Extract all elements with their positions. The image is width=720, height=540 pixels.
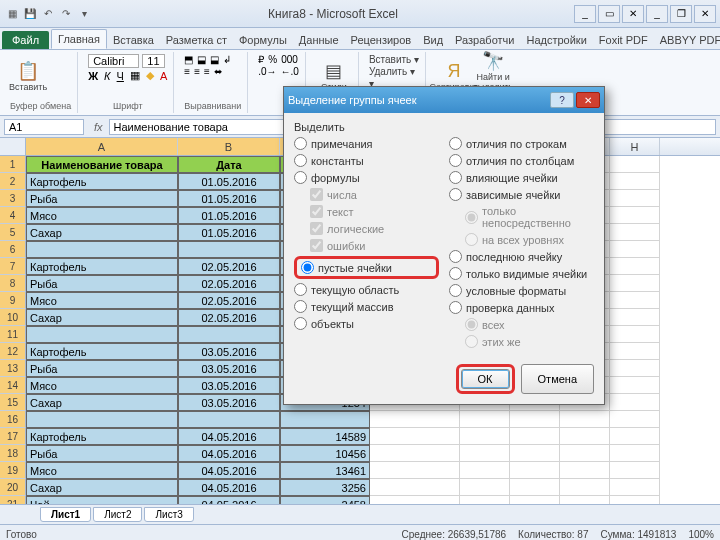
font-color-button[interactable]: A: [160, 70, 167, 82]
cell[interactable]: [510, 496, 560, 504]
row-header[interactable]: 17: [0, 428, 26, 445]
cell[interactable]: [610, 173, 660, 190]
cell[interactable]: [460, 428, 510, 445]
row-header[interactable]: 15: [0, 394, 26, 411]
cell[interactable]: 14589: [280, 428, 370, 445]
name-box[interactable]: [4, 119, 84, 135]
cell[interactable]: 03.05.2016: [178, 377, 280, 394]
cell[interactable]: [610, 309, 660, 326]
row-header[interactable]: 1: [0, 156, 26, 173]
radio-visible-only[interactable]: только видимые ячейки: [449, 267, 594, 280]
cell[interactable]: [460, 496, 510, 504]
cell[interactable]: [560, 462, 610, 479]
minimize-doc-button[interactable]: _: [646, 5, 668, 23]
cell[interactable]: 02.05.2016: [178, 309, 280, 326]
cell[interactable]: [370, 411, 460, 428]
tool-icon[interactable]: ▾: [76, 6, 92, 22]
cell[interactable]: 02.05.2016: [178, 292, 280, 309]
col-header-h[interactable]: H: [610, 138, 660, 155]
tab-home[interactable]: Главная: [51, 29, 107, 49]
cell[interactable]: 04.05.2016: [178, 479, 280, 496]
cell[interactable]: Сахар: [26, 224, 178, 241]
cancel-button[interactable]: Отмена: [521, 364, 594, 394]
fx-icon[interactable]: fx: [88, 121, 109, 133]
fill-color-button[interactable]: ◆: [146, 69, 154, 82]
row-header[interactable]: 12: [0, 343, 26, 360]
close-doc-button[interactable]: ✕: [694, 5, 716, 23]
cell[interactable]: [370, 496, 460, 504]
bold-button[interactable]: Ж: [88, 70, 98, 82]
cell[interactable]: Картофель: [26, 428, 178, 445]
cell[interactable]: [560, 479, 610, 496]
font-size-box[interactable]: 11: [142, 54, 164, 68]
cell[interactable]: Картофель: [26, 258, 178, 275]
radio-constants[interactable]: константы: [294, 154, 439, 167]
cell[interactable]: [610, 326, 660, 343]
select-all-corner[interactable]: [0, 138, 26, 155]
cell[interactable]: Рыба: [26, 445, 178, 462]
save-icon[interactable]: 💾: [22, 6, 38, 22]
cell[interactable]: [560, 496, 610, 504]
increase-decimal-icon[interactable]: .0→: [258, 66, 276, 77]
cell[interactable]: [610, 207, 660, 224]
cell[interactable]: 13461: [280, 462, 370, 479]
radio-objects[interactable]: объекты: [294, 317, 439, 330]
cell[interactable]: 04.05.2016: [178, 428, 280, 445]
cell[interactable]: 04.05.2016: [178, 496, 280, 504]
sheet-tab-2[interactable]: Лист2: [93, 507, 142, 522]
dialog-titlebar[interactable]: Выделение группы ячеек ? ✕: [284, 87, 604, 113]
cell[interactable]: [560, 428, 610, 445]
cell[interactable]: [610, 428, 660, 445]
cell[interactable]: [610, 275, 660, 292]
radio-notes[interactable]: примечания: [294, 137, 439, 150]
col-header-b[interactable]: B: [178, 138, 280, 155]
row-header[interactable]: 21: [0, 496, 26, 504]
paste-button[interactable]: 📋Вставить: [10, 54, 46, 98]
restore-doc-button[interactable]: ❐: [670, 5, 692, 23]
cell[interactable]: 01.05.2016: [178, 224, 280, 241]
cell[interactable]: Рыба: [26, 360, 178, 377]
cell[interactable]: 01.05.2016: [178, 190, 280, 207]
radio-precedents[interactable]: влияющие ячейки: [449, 171, 594, 184]
radio-last-cell[interactable]: последнюю ячейку: [449, 250, 594, 263]
cell[interactable]: [460, 479, 510, 496]
row-header[interactable]: 18: [0, 445, 26, 462]
cell[interactable]: [610, 258, 660, 275]
radio-blanks[interactable]: пустые ячейки: [301, 261, 392, 274]
cell[interactable]: [510, 462, 560, 479]
cell[interactable]: [610, 156, 660, 173]
cell[interactable]: [510, 411, 560, 428]
radio-data-validation[interactable]: проверка данных: [449, 301, 594, 314]
cell[interactable]: [178, 411, 280, 428]
row-header[interactable]: 19: [0, 462, 26, 479]
cell[interactable]: [610, 394, 660, 411]
row-header[interactable]: 7: [0, 258, 26, 275]
row-header[interactable]: 11: [0, 326, 26, 343]
cell[interactable]: [370, 462, 460, 479]
cell[interactable]: Мясо: [26, 377, 178, 394]
maximize-app-button[interactable]: ▭: [598, 5, 620, 23]
cell[interactable]: [510, 428, 560, 445]
ok-button[interactable]: ОК: [461, 369, 510, 389]
cell[interactable]: Сахар: [26, 479, 178, 496]
radio-dependents[interactable]: зависимые ячейки: [449, 188, 594, 201]
radio-current-array[interactable]: текущий массив: [294, 300, 439, 313]
delete-cells-button[interactable]: Удалить ▾: [369, 66, 419, 77]
border-button[interactable]: ▦: [130, 69, 140, 82]
row-header[interactable]: 3: [0, 190, 26, 207]
cell[interactable]: Картофель: [26, 343, 178, 360]
cell[interactable]: [610, 411, 660, 428]
cell[interactable]: Мясо: [26, 462, 178, 479]
tab-addins[interactable]: Надстройки: [520, 31, 592, 49]
cell[interactable]: [460, 445, 510, 462]
cell[interactable]: [610, 496, 660, 504]
cell[interactable]: Рыба: [26, 275, 178, 292]
dialog-close-button[interactable]: ✕: [576, 92, 600, 108]
row-header[interactable]: 4: [0, 207, 26, 224]
file-tab[interactable]: Файл: [2, 31, 49, 49]
row-header[interactable]: 5: [0, 224, 26, 241]
cell[interactable]: [610, 462, 660, 479]
cell[interactable]: [178, 241, 280, 258]
cell[interactable]: Мясо: [26, 207, 178, 224]
cell[interactable]: 01.05.2016: [178, 207, 280, 224]
